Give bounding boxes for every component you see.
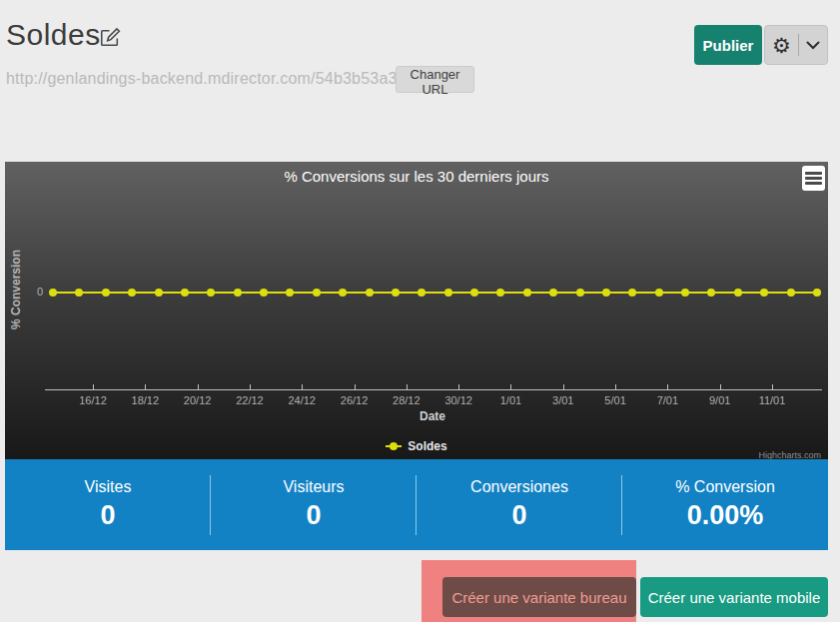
stat-label: Conversiones [470, 478, 568, 496]
change-url-button[interactable]: Changer URL [396, 66, 474, 93]
x-tick-label: 11/01 [746, 394, 798, 406]
x-tick-mark [720, 384, 721, 389]
x-tick-label: 3/01 [537, 394, 589, 406]
x-tick-label: 24/12 [276, 394, 328, 406]
series-line [49, 292, 821, 294]
stat-value: 0 [306, 500, 321, 531]
series-point-marker[interactable] [707, 289, 715, 297]
series-point-marker[interactable] [260, 289, 268, 297]
stats-bar: Visites 0 Visiteurs 0 Conversiones 0 % C… [5, 459, 828, 550]
series-point-marker[interactable] [102, 289, 110, 297]
x-tick-mark [145, 384, 146, 389]
chart-title: % Conversions sur les 30 derniers jours [5, 168, 828, 185]
x-tick-mark [250, 384, 251, 389]
stat-pct-conversion: % Conversion 0.00% [622, 459, 828, 550]
series-point-marker[interactable] [602, 289, 610, 297]
stat-visiteurs: Visiteurs 0 [211, 459, 417, 550]
x-tick-label: 18/12 [119, 394, 171, 406]
stat-value: 0 [100, 500, 115, 531]
series-point-marker[interactable] [392, 289, 400, 297]
stat-label: Visites [85, 478, 132, 496]
landing-page-dashboard: Soldes Publier ⚙ http://genlandings-back… [0, 0, 840, 622]
y-tick-label: 0 [23, 286, 43, 298]
series-point-marker[interactable] [523, 289, 531, 297]
x-tick-label: 7/01 [641, 394, 693, 406]
hamburger-menu-icon [805, 182, 822, 185]
x-tick-mark [563, 384, 564, 389]
series-point-marker[interactable] [760, 289, 768, 297]
gear-icon: ⚙ [772, 35, 791, 56]
stat-label: % Conversion [675, 478, 775, 496]
series-point-marker[interactable] [49, 289, 57, 297]
series-point-marker[interactable] [418, 289, 425, 297]
legend-series-marker [386, 442, 402, 450]
stat-value: 0.00% [687, 500, 764, 531]
series-point-marker[interactable] [128, 289, 136, 297]
divider [798, 34, 799, 56]
x-tick-mark [198, 384, 199, 389]
series-point-marker[interactable] [339, 289, 347, 297]
x-axis-line [45, 389, 822, 390]
x-tick-label: 1/01 [484, 394, 536, 406]
x-tick-mark [355, 384, 356, 389]
x-tick-label: 28/12 [381, 394, 432, 406]
series-point-marker[interactable] [286, 289, 294, 297]
x-tick-mark [407, 384, 408, 389]
series-point-marker[interactable] [681, 289, 689, 297]
x-tick-label: 5/01 [589, 394, 641, 406]
y-axis-title: % Conversion [9, 242, 23, 337]
hamburger-menu-icon [805, 177, 822, 180]
series-point-marker[interactable] [444, 289, 452, 297]
chevron-down-icon [806, 41, 820, 50]
x-tick-mark [458, 384, 459, 389]
legend-series-label: Soldes [408, 439, 446, 453]
series-point-marker[interactable] [549, 289, 557, 297]
create-mobile-variant-button[interactable]: Créer une variante mobile [640, 577, 828, 617]
x-tick-label: 26/12 [329, 394, 381, 406]
series-point-marker[interactable] [207, 289, 215, 297]
series-point-marker[interactable] [655, 289, 663, 297]
series-point-marker[interactable] [576, 289, 584, 297]
x-tick-label: 9/01 [694, 394, 746, 406]
x-tick-mark [772, 384, 773, 389]
series-point-marker[interactable] [470, 289, 478, 297]
x-axis-title: Date [5, 409, 840, 423]
stat-value: 0 [511, 500, 526, 531]
series-point-marker[interactable] [787, 289, 795, 297]
x-tick-mark [615, 384, 616, 389]
series-point-marker[interactable] [234, 289, 242, 297]
series-point-marker[interactable] [75, 289, 83, 297]
series-point-marker[interactable] [155, 289, 163, 297]
series-point-marker[interactable] [181, 289, 189, 297]
stat-visites: Visites 0 [5, 459, 211, 550]
hamburger-menu-icon [805, 172, 822, 175]
x-tick-mark [667, 384, 668, 389]
series-point-marker[interactable] [813, 289, 821, 297]
stat-conversiones: Conversiones 0 [417, 459, 622, 550]
landing-url: http://genlandings-backend.mdirector.com… [6, 70, 433, 88]
conversions-chart: % Conversions sur les 30 derniers jours … [5, 162, 828, 459]
edit-title-icon[interactable] [99, 27, 121, 49]
series-point-marker[interactable] [496, 289, 504, 297]
series-point-marker[interactable] [313, 289, 321, 297]
page-title: Soldes [6, 18, 101, 52]
settings-dropdown-button[interactable]: ⚙ [764, 25, 828, 65]
x-tick-label: 16/12 [67, 394, 119, 406]
publish-button[interactable]: Publier [694, 25, 762, 65]
series-point-marker[interactable] [734, 289, 742, 297]
x-tick-label: 30/12 [432, 394, 484, 406]
series-point-marker[interactable] [628, 289, 636, 297]
x-tick-mark [302, 384, 303, 389]
x-tick-mark [93, 384, 94, 389]
stat-label: Visiteurs [283, 478, 344, 496]
x-tick-mark [510, 384, 511, 389]
x-tick-label: 20/12 [172, 394, 224, 406]
chart-legend[interactable]: Soldes [5, 439, 828, 453]
create-desktop-variant-button[interactable]: Créer une variante bureau [442, 577, 636, 617]
chart-export-menu-button[interactable] [802, 166, 825, 191]
series-point-marker[interactable] [366, 289, 374, 297]
x-tick-label: 22/12 [224, 394, 276, 406]
